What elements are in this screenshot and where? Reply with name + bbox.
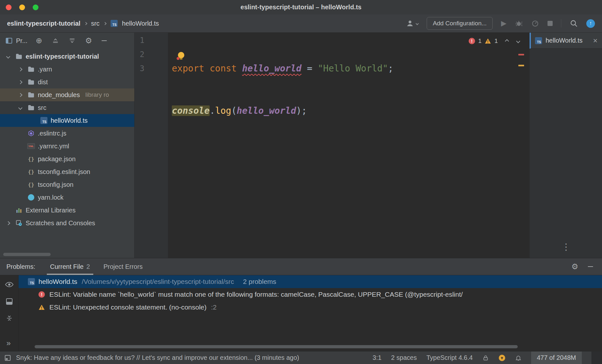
- tree-item-external-libraries[interactable]: External Libraries: [0, 204, 134, 217]
- snyk-status-icon[interactable]: [498, 354, 506, 361]
- tree-item-yarn[interactable]: .yarn: [0, 63, 134, 76]
- project-horizontal-scrollbar[interactable]: [3, 253, 51, 256]
- user-menu[interactable]: [406, 19, 418, 28]
- tree-item-yarn-lock[interactable]: yarn.lock: [0, 191, 134, 204]
- locate-file-icon[interactable]: ⊕: [36, 37, 42, 45]
- typescript-file-icon: TS: [535, 37, 542, 45]
- chevron-right-icon[interactable]: [18, 67, 22, 71]
- intention-bulb-icon[interactable]: [177, 52, 185, 60]
- warning-count: 1: [494, 37, 498, 45]
- close-tab-icon[interactable]: ×: [593, 37, 598, 45]
- resize-corner: [591, 352, 602, 364]
- problems-file-row[interactable]: TS helloWorld.ts /Volumes/v/yytypescript…: [19, 275, 602, 288]
- folder-icon: [15, 53, 23, 60]
- libraries-icon: [15, 206, 23, 214]
- lock-icon[interactable]: [482, 355, 489, 361]
- warning-icon: [38, 304, 45, 310]
- settings-gear-icon[interactable]: ⚙: [571, 263, 578, 270]
- warning-stripe-mark[interactable]: [518, 65, 524, 66]
- chevron-down-icon[interactable]: [6, 54, 10, 59]
- problems-count: 2 problems: [243, 278, 276, 285]
- typescript-version-widget[interactable]: TypeScript 4.6.4: [426, 354, 473, 361]
- problems-left-toolbar: »: [0, 275, 19, 351]
- run-button[interactable]: ▶: [501, 20, 506, 27]
- breadcrumb: eslint-typescript-tutorial src TS helloW…: [7, 20, 159, 27]
- project-tree: eslint-typescript-tutorial .yarn dist no…: [0, 49, 134, 229]
- chevron-right-icon[interactable]: [6, 221, 10, 225]
- tree-item-helloworld-ts[interactable]: TS helloWorld.ts: [0, 114, 134, 127]
- folder-icon: [27, 91, 35, 99]
- preview-layout-icon[interactable]: [6, 298, 13, 305]
- toolbar-divider: [561, 19, 561, 28]
- indent-widget[interactable]: 2 spaces: [391, 354, 417, 361]
- breadcrumb-project[interactable]: eslint-typescript-tutorial: [7, 20, 80, 27]
- chevron-right-icon: [103, 22, 106, 25]
- stop-button[interactable]: [548, 21, 553, 26]
- tree-item-src[interactable]: src: [0, 101, 134, 114]
- editor-tab-helloworld[interactable]: TS helloWorld.ts ×: [530, 33, 602, 49]
- settings-gear-icon[interactable]: ⚙: [85, 37, 92, 45]
- toolwindow-switcher-icon[interactable]: [4, 355, 11, 361]
- code-line-1: export const hello_world = "Hello World"…: [172, 62, 393, 76]
- line-number: 1: [140, 33, 168, 47]
- tree-item-tsconfig-eslint-json[interactable]: {} tsconfig.eslint.json: [0, 165, 134, 178]
- tree-item-scratches[interactable]: Scratches and Consoles: [0, 217, 134, 229]
- code-area[interactable]: export const hello_world = "Hello World"…: [168, 33, 393, 258]
- yarn-file-icon: [27, 194, 35, 201]
- line-number: 3: [140, 62, 168, 76]
- tree-item-project-root[interactable]: eslint-typescript-tutorial: [0, 50, 134, 63]
- chevron-down-icon: [416, 22, 419, 25]
- tab-project-errors[interactable]: Project Errors: [98, 258, 148, 275]
- editor-tab-strip: TS helloWorld.ts × ⋮: [529, 33, 602, 258]
- problem-row-error[interactable]: ESLint: Variable name `hello_world` must…: [19, 288, 602, 301]
- hide-panel-icon[interactable]: [588, 266, 593, 267]
- file-path: /Volumes/v/yytypescript/eslint-typescrip…: [82, 278, 234, 285]
- hide-panel-icon[interactable]: [102, 40, 107, 41]
- next-problem-icon[interactable]: [516, 39, 520, 43]
- error-stripe-mark[interactable]: [518, 54, 524, 55]
- chevron-right-icon[interactable]: [18, 80, 22, 84]
- notifications-bell-icon[interactable]: [515, 354, 522, 361]
- project-panel: Pr... ⊕ ⚙ eslint-typescript-tutorial .ya…: [0, 33, 135, 258]
- chevron-down-icon[interactable]: [18, 106, 22, 110]
- collapse-all-icon[interactable]: [6, 315, 13, 322]
- json-file-icon: {}: [27, 168, 35, 176]
- tree-item-node-modules[interactable]: node_modules library ro: [0, 88, 134, 101]
- status-bar: Snyk: Have any ideas or feedback for us?…: [0, 351, 602, 364]
- problem-row-warning[interactable]: ESLint: Unexpected console statement. (n…: [19, 301, 602, 314]
- chevron-right-icon[interactable]: [18, 93, 22, 97]
- memory-indicator[interactable]: 477 of 2048M: [531, 352, 582, 364]
- profiler-button[interactable]: [531, 20, 539, 28]
- hidden-tabs-icon[interactable]: »: [6, 339, 11, 348]
- project-panel-title[interactable]: Pr...: [16, 37, 28, 45]
- breadcrumb-file[interactable]: helloWorld.ts: [122, 20, 159, 27]
- more-options-icon[interactable]: ⋮: [562, 242, 571, 252]
- status-message[interactable]: Snyk: Have any ideas or feedback for us?…: [16, 354, 299, 361]
- search-icon[interactable]: [570, 19, 578, 28]
- expand-all-icon[interactable]: [52, 37, 59, 44]
- warning-icon: [485, 38, 491, 44]
- breadcrumb-folder[interactable]: src: [91, 20, 100, 27]
- project-toolwindow-icon[interactable]: [5, 37, 13, 45]
- tab-current-file[interactable]: Current File 2: [45, 258, 95, 275]
- update-available-icon[interactable]: ↑: [586, 19, 595, 28]
- typescript-file-icon: TS: [28, 278, 35, 285]
- editor[interactable]: 1 2 3 export const hello_world = "Hello …: [135, 33, 529, 258]
- error-icon: [38, 291, 45, 298]
- tree-item-tsconfig-json[interactable]: {} tsconfig.json: [0, 178, 134, 191]
- inspections-widget[interactable]: 1 1: [469, 37, 520, 45]
- tree-item-yarnrc[interactable]: YML .yarnrc.yml: [0, 140, 134, 153]
- add-configuration-button[interactable]: Add Configuration...: [427, 17, 493, 30]
- caret-position-widget[interactable]: 3:1: [372, 354, 381, 361]
- tree-item-dist[interactable]: dist: [0, 76, 134, 88]
- previous-problem-icon[interactable]: [505, 39, 509, 43]
- problem-line-number: :2: [211, 303, 217, 311]
- view-options-eye-icon[interactable]: [5, 282, 13, 287]
- typescript-file-icon: TS: [110, 20, 118, 27]
- collapse-all-icon[interactable]: [69, 37, 76, 44]
- debug-button[interactable]: [515, 20, 523, 28]
- problems-horizontal-scrollbar[interactable]: [35, 345, 518, 348]
- folder-icon: [27, 65, 35, 73]
- tree-item-package-json[interactable]: {} package.json: [0, 153, 134, 165]
- tree-item-eslintrc[interactable]: .eslintrc.js: [0, 127, 134, 140]
